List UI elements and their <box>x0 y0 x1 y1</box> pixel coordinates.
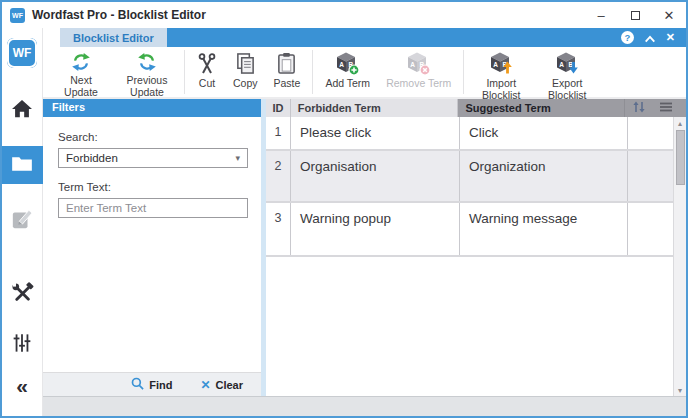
previous-update-label: Previous Update <box>122 74 172 99</box>
refresh-next-icon <box>70 51 92 73</box>
search-dropdown-value: Forbidden <box>66 152 118 164</box>
clear-label: Clear <box>215 379 243 391</box>
import-blocklist-icon: A B <box>489 51 514 76</box>
column-header-suggested-term[interactable]: Suggested Term <box>458 99 625 117</box>
window-controls: – ✕ <box>584 2 686 28</box>
sidebar: WF <box>2 28 43 416</box>
table-row: 3 Warning popup Warning message <box>266 203 673 257</box>
collapse-chevrons-icon: « <box>16 375 28 396</box>
sidebar-item-home[interactable] <box>2 92 43 130</box>
collapse-panel-button[interactable] <box>644 29 656 47</box>
app-logo-icon: WF <box>10 8 25 23</box>
forbidden-term-cell[interactable]: Warning popup <box>291 203 460 255</box>
sidebar-item-projects[interactable] <box>2 146 43 184</box>
extra-cell <box>628 117 673 149</box>
sort-icon[interactable] <box>632 101 646 115</box>
title-bar: WF Wordfast Pro - Blocklist Editor – ✕ <box>2 2 686 28</box>
scissors-icon <box>197 51 217 76</box>
minimize-button[interactable]: – <box>584 2 618 28</box>
sidebar-item-tools[interactable] <box>2 276 43 314</box>
paste-button[interactable]: Paste <box>266 47 309 97</box>
id-cell: 3 <box>266 203 291 255</box>
maximize-icon <box>631 11 640 20</box>
scroll-down-button[interactable]: ▾ <box>678 384 682 396</box>
suggested-term-cell[interactable]: Warning message <box>460 203 628 255</box>
help-button[interactable]: ? <box>621 31 634 44</box>
search-label: Search: <box>58 131 248 143</box>
window-title: Wordfast Pro - Blocklist Editor <box>32 8 206 22</box>
term-text-label: Term Text: <box>58 181 248 193</box>
paste-icon <box>276 51 297 76</box>
filters-panel-header: Filters <box>43 99 261 117</box>
next-update-button[interactable]: Next Update <box>48 47 114 97</box>
column-header-forbidden-term[interactable]: Forbidden Term <box>291 99 459 117</box>
search-dropdown[interactable]: Forbidden ▾ <box>58 148 248 168</box>
paste-label: Paste <box>274 77 301 89</box>
svg-text:A: A <box>411 61 416 68</box>
scrollbar-thumb[interactable] <box>676 130 685 185</box>
table-header-tools <box>625 99 686 117</box>
sidebar-collapse-button[interactable]: « <box>2 366 43 404</box>
next-update-label: Next Update <box>56 74 106 99</box>
maximize-button[interactable] <box>618 2 652 28</box>
clear-icon: ✕ <box>200 378 210 392</box>
home-icon <box>11 99 33 123</box>
filters-footer: Find ✕ Clear <box>43 372 261 396</box>
tools-icon <box>11 282 34 309</box>
column-menu-icon[interactable] <box>659 102 673 114</box>
forbidden-term-cell[interactable]: Please click <box>291 117 460 149</box>
add-term-label: Add Term <box>325 77 370 89</box>
svg-text:A: A <box>340 61 345 68</box>
table-header-row: ID Forbidden Term Suggested Term <box>266 99 686 117</box>
filters-panel: Filters Search: Forbidden ▾ Term Text: <box>43 99 261 396</box>
id-cell: 2 <box>266 151 291 201</box>
cut-button[interactable]: Cut <box>189 47 225 97</box>
toolbar: Next Update Previous Update <box>43 47 686 99</box>
svg-text:A: A <box>493 61 498 68</box>
table-empty-area <box>266 257 673 396</box>
copy-button[interactable]: Copy <box>225 47 266 97</box>
export-blocklist-icon: A B <box>555 51 580 76</box>
remove-term-icon: A B <box>406 51 431 76</box>
toolbar-separator <box>184 50 185 94</box>
sidebar-item-editor[interactable] <box>2 202 43 240</box>
app-window: WF Wordfast Pro - Blocklist Editor – ✕ W… <box>0 0 688 418</box>
id-cell: 1 <box>266 117 291 149</box>
add-term-button[interactable]: A B Add Term <box>317 47 378 97</box>
scroll-up-button[interactable]: ▴ <box>678 117 682 129</box>
extra-cell <box>628 203 673 255</box>
extra-cell <box>628 151 673 201</box>
clear-button[interactable]: ✕ Clear <box>200 378 243 392</box>
close-tab-button[interactable]: ✕ <box>666 31 675 44</box>
tab-bar-spacer <box>43 28 60 47</box>
search-icon <box>131 377 144 392</box>
cut-label: Cut <box>199 77 215 89</box>
find-button[interactable]: Find <box>131 377 172 392</box>
folder-icon <box>11 155 33 176</box>
copy-icon <box>235 51 256 76</box>
suggested-term-cell[interactable]: Click <box>460 117 628 149</box>
find-label: Find <box>149 379 172 391</box>
table-row: 2 Organisation Organization <box>266 151 673 203</box>
previous-update-button[interactable]: Previous Update <box>114 47 180 97</box>
forbidden-term-cell[interactable]: Organisation <box>291 151 460 201</box>
column-header-id[interactable]: ID <box>266 99 291 117</box>
status-bar <box>43 396 686 416</box>
tab-blocklist-editor[interactable]: Blocklist Editor <box>60 28 167 47</box>
export-blocklist-button[interactable]: A B Export Blocklist <box>534 47 600 97</box>
svg-text:A: A <box>559 61 564 68</box>
table-row: 1 Please click Click <box>266 117 673 151</box>
chevron-down-icon: ▾ <box>235 153 240 163</box>
close-button[interactable]: ✕ <box>652 2 686 28</box>
toolbar-separator <box>463 50 464 94</box>
wordfast-logo: WF <box>7 38 37 68</box>
edit-icon <box>11 208 33 234</box>
import-blocklist-button[interactable]: A B Import Blocklist <box>468 47 534 97</box>
term-text-input[interactable] <box>58 198 248 218</box>
suggested-term-cell[interactable]: Organization <box>460 151 628 201</box>
vertical-scrollbar[interactable]: ▴ ▾ <box>673 117 686 396</box>
add-term-icon: A B <box>335 51 360 76</box>
sidebar-item-preferences[interactable] <box>2 326 43 364</box>
remove-term-button[interactable]: A B Remove Term <box>378 47 459 97</box>
sliders-icon <box>12 333 32 357</box>
